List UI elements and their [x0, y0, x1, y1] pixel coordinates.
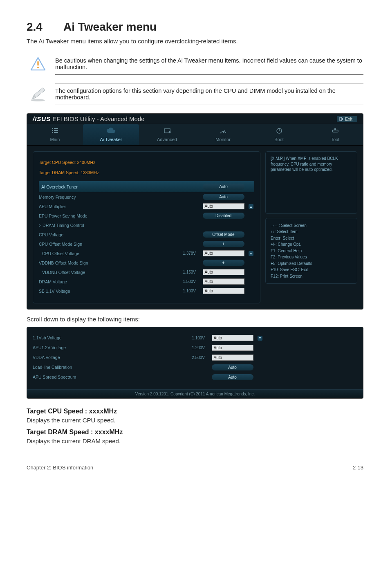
target-dram-heading: Target DRAM Speed : xxxxMHz: [27, 429, 363, 436]
scroll-down-icon[interactable]: ▼: [249, 251, 253, 256]
value-auto[interactable]: Auto: [212, 374, 253, 380]
value-plus[interactable]: +: [203, 241, 244, 247]
row-apu-1-2v-voltage[interactable]: APU1.2V Voltage 1.200V Auto: [33, 343, 357, 352]
svg-rect-7: [52, 128, 53, 129]
svg-point-2: [37, 67, 39, 68]
warning-icon: [27, 57, 49, 71]
row-sb-1-1v-voltage[interactable]: SB 1.1V Voltage 1.100V Auto: [39, 286, 254, 296]
footer-chapter: Chapter 2: BIOS information: [27, 465, 93, 471]
svg-rect-19: [334, 128, 336, 130]
value-offset-mode[interactable]: Offset Mode: [203, 231, 244, 238]
target-cpu-heading: Target CPU Speed : xxxxMHz: [27, 408, 363, 415]
exit-icon: [339, 117, 343, 121]
scroll-up-icon[interactable]: ▲: [249, 204, 253, 209]
svg-rect-11: [52, 132, 53, 133]
svg-rect-18: [332, 130, 338, 132]
tab-monitor[interactable]: Monitor: [195, 124, 251, 145]
help-box: [X.M.P.] When XMP is enabled BCLK freque…: [265, 151, 357, 214]
tab-ai-tweaker[interactable]: Ai Tweaker: [83, 124, 139, 145]
section-title: Ai Tweaker menu: [63, 20, 157, 33]
info-text: The configuration options for this secti…: [55, 86, 363, 102]
value-plus[interactable]: +: [203, 260, 244, 266]
target-cpu-text: Displays the current CPU speed.: [27, 417, 363, 424]
row-1-1vsb-voltage[interactable]: 1.1Vsb Voltage 1.100V Auto ▼: [33, 333, 357, 343]
svg-point-14: [168, 131, 170, 133]
warning-text: Be cautious when changing the settings o…: [55, 56, 363, 72]
row-cpu-offset-mode-sign[interactable]: CPU Offset Mode Sign +: [39, 239, 254, 249]
section-number: 2.4: [27, 20, 63, 34]
svg-rect-9: [52, 130, 53, 131]
exit-button[interactable]: Exit: [337, 116, 357, 122]
row-memory-frequency[interactable]: Memory Frequency Auto: [39, 192, 254, 202]
value-auto[interactable]: Auto: [203, 194, 244, 200]
target-dram-speed: Target DRAM Speed: 1333MHz: [39, 168, 254, 177]
input-auto[interactable]: Auto: [203, 269, 244, 275]
target-dram-section: Target DRAM Speed : xxxxMHz Displays the…: [27, 429, 363, 444]
row-dram-voltage[interactable]: DRAM Voltage 1.500V Auto: [39, 277, 254, 286]
bios-screenshot-main: /ISUS EFI BIOS Utility - Advanced Mode E…: [27, 113, 363, 310]
bios-brand: /ISUS EFI BIOS Utility - Advanced Mode: [33, 115, 144, 122]
page-footer: Chapter 2: BIOS information 2-13: [27, 461, 363, 471]
svg-rect-10: [54, 130, 58, 131]
svg-rect-8: [54, 128, 58, 129]
row-dram-timing-control[interactable]: > DRAM Timing Control: [39, 220, 254, 230]
bios-screenshot-scrolled: 1.1Vsb Voltage 1.100V Auto ▼ APU1.2V Vol…: [27, 327, 363, 399]
row-vddnb-offset-voltage[interactable]: VDDNB Offset Voltage 1.150V Auto: [39, 267, 254, 277]
bios-copyright: Version 2.00.1201. Copyright (C) 2011 Am…: [27, 389, 363, 398]
footer-page-number: 2-13: [353, 465, 363, 471]
scroll-instruction: Scroll down to display the following ite…: [27, 316, 363, 323]
target-cpu-speed: Target CPU Speed: 2400MHz: [39, 157, 254, 167]
input-auto[interactable]: Auto: [212, 345, 253, 351]
value-auto[interactable]: Auto: [212, 364, 253, 370]
input-auto[interactable]: Auto: [203, 288, 244, 294]
svg-point-3: [31, 99, 45, 101]
key-hints-box: →←: Select Screen ↑↓: Select Item Enter:…: [265, 218, 357, 284]
row-apu-spread-spectrum[interactable]: APU Spread Spectrum Auto: [33, 372, 357, 382]
list-icon: [51, 127, 59, 135]
value-auto[interactable]: Auto: [203, 184, 244, 190]
tool-icon: [331, 127, 339, 135]
tab-advanced[interactable]: Advanced: [139, 124, 195, 145]
row-cpu-offset-voltage[interactable]: CPU Offset Voltage 1.378V Auto ▼: [39, 249, 254, 258]
warning-note: Be cautious when changing the settings o…: [27, 53, 363, 75]
pencil-icon: [27, 86, 49, 102]
row-apu-multiplier[interactable]: APU Multiplier Auto ▲: [39, 202, 254, 211]
power-icon: [276, 127, 283, 135]
svg-rect-1: [37, 61, 38, 65]
input-auto[interactable]: Auto: [203, 250, 244, 256]
section-heading: 2.4Ai Tweaker menu: [27, 20, 363, 34]
chip-icon: [163, 127, 172, 135]
input-auto[interactable]: Auto: [203, 203, 244, 209]
row-cpu-voltage[interactable]: CPU Voltage Offset Mode: [39, 230, 254, 239]
info-note: The configuration options for this secti…: [27, 83, 363, 105]
tab-main[interactable]: Main: [27, 124, 83, 145]
row-epu-power-saving[interactable]: EPU Power Saving Mode Disabled: [39, 211, 254, 220]
row-vdda-voltage[interactable]: VDDA Voltage 2.500V Auto: [33, 352, 357, 362]
input-auto[interactable]: Auto: [212, 355, 253, 361]
value-disabled[interactable]: Disabled: [203, 213, 244, 219]
menu-tabs: Main Ai Tweaker Advanced Monitor Boot To…: [27, 124, 363, 146]
input-auto[interactable]: Auto: [203, 278, 244, 285]
gauge-icon: [219, 127, 227, 135]
row-ai-overclock-tuner[interactable]: Ai Overclock Tuner Auto: [39, 181, 254, 192]
scroll-down-icon[interactable]: ▼: [258, 336, 262, 341]
input-auto[interactable]: Auto: [212, 335, 253, 341]
svg-rect-12: [54, 132, 58, 133]
row-vddnb-offset-mode-sign[interactable]: VDDNB Offset Mode Sign +: [39, 258, 254, 267]
tab-tool[interactable]: Tool: [307, 124, 363, 145]
intro-text: The Ai Tweaker menu items allow you to c…: [27, 38, 363, 45]
target-dram-text: Displays the current DRAM speed.: [27, 438, 363, 444]
target-cpu-section: Target CPU Speed : xxxxMHz Displays the …: [27, 408, 363, 424]
cloud-icon: [106, 127, 117, 135]
row-load-line-calibration[interactable]: Load-line Calibration Auto: [33, 362, 357, 372]
tab-boot[interactable]: Boot: [251, 124, 307, 145]
